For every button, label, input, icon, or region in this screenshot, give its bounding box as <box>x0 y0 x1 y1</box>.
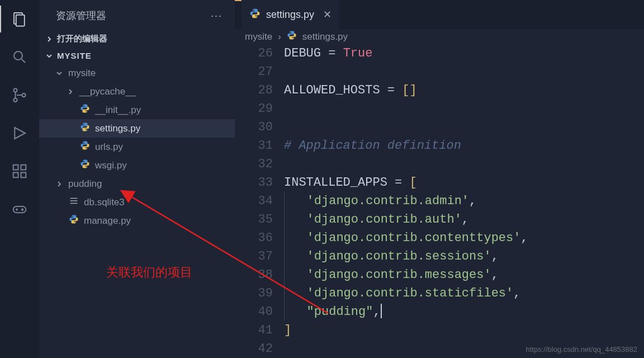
annotation-text: 关联我们的项目 <box>106 264 192 281</box>
annotation-arrow <box>0 0 644 358</box>
svg-line-18 <box>130 196 328 313</box>
watermark: https://blog.csdn.net/qq_44853882 <box>526 345 638 354</box>
